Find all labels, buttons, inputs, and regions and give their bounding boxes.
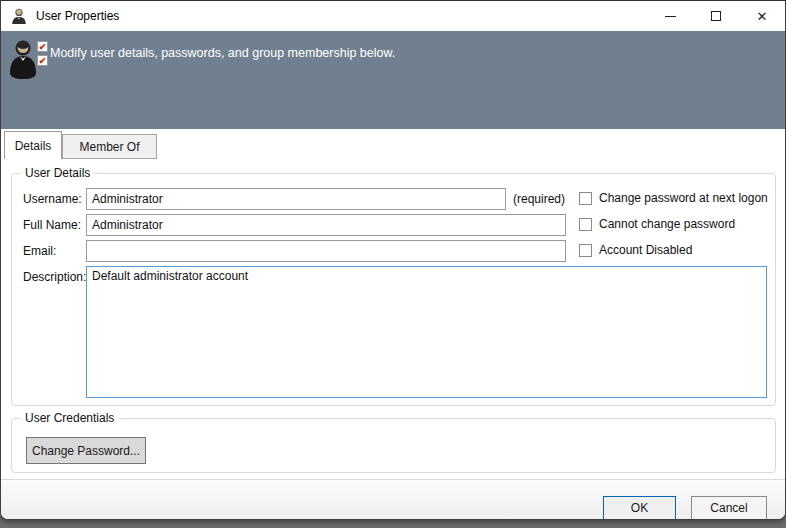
required-note: (required) [513, 192, 565, 206]
close-icon[interactable]: ✕ [739, 1, 785, 31]
cancel-button[interactable]: Cancel [691, 496, 767, 520]
cancel-button-label: Cancel [710, 501, 747, 515]
user-credentials-legend: User Credentials [20, 411, 119, 425]
header-banner: ✔ ✔ Modify user details, passwords, and … [1, 31, 785, 129]
change-password-next-logon-label[interactable]: Change password at next logon [599, 191, 768, 205]
window-title: User Properties [36, 9, 119, 23]
account-disabled-checkbox[interactable] [579, 244, 592, 257]
checkbox-row: Change password at next logon [579, 191, 768, 205]
ok-button-label: OK [631, 501, 648, 515]
username-label: Username: [23, 192, 82, 206]
titlebar[interactable]: User Properties ✕ [1, 1, 785, 31]
cannot-change-password-checkbox[interactable] [579, 218, 592, 231]
maximize-icon[interactable] [693, 1, 739, 31]
user-details-legend: User Details [20, 166, 95, 180]
full-name-input[interactable] [86, 214, 566, 236]
tab-details-label: Details [15, 139, 52, 153]
description-textarea[interactable]: Default administrator account [86, 266, 767, 398]
minimize-icon[interactable] [647, 1, 693, 31]
tab-member-of[interactable]: Member Of [62, 134, 157, 159]
user-properties-dialog: User Properties ✕ ✔ ✔ Modify user detail… [0, 0, 786, 520]
ok-button[interactable]: OK [603, 496, 676, 520]
tab-details[interactable]: Details [4, 131, 62, 159]
change-password-next-logon-checkbox[interactable] [579, 192, 592, 205]
cannot-change-password-label[interactable]: Cannot change password [599, 217, 735, 231]
checkmark-icon: ✔ [37, 41, 48, 52]
banner-message: Modify user details, passwords, and grou… [50, 46, 395, 60]
full-name-label: Full Name: [23, 218, 81, 232]
email-input[interactable] [86, 240, 566, 262]
account-disabled-label[interactable]: Account Disabled [599, 243, 692, 257]
dialog-footer: OK Cancel [1, 479, 785, 520]
checkmark-icon: ✔ [37, 55, 48, 66]
username-input[interactable] [86, 188, 506, 210]
checkbox-row: Cannot change password [579, 217, 735, 231]
change-password-button-label: Change Password... [32, 444, 140, 458]
description-label: Description: [23, 270, 86, 284]
user-icon [10, 7, 28, 25]
tab-member-of-label: Member Of [79, 140, 139, 154]
checkbox-row: Account Disabled [579, 243, 692, 257]
change-password-button[interactable]: Change Password... [26, 437, 146, 464]
email-label: Email: [23, 244, 56, 258]
